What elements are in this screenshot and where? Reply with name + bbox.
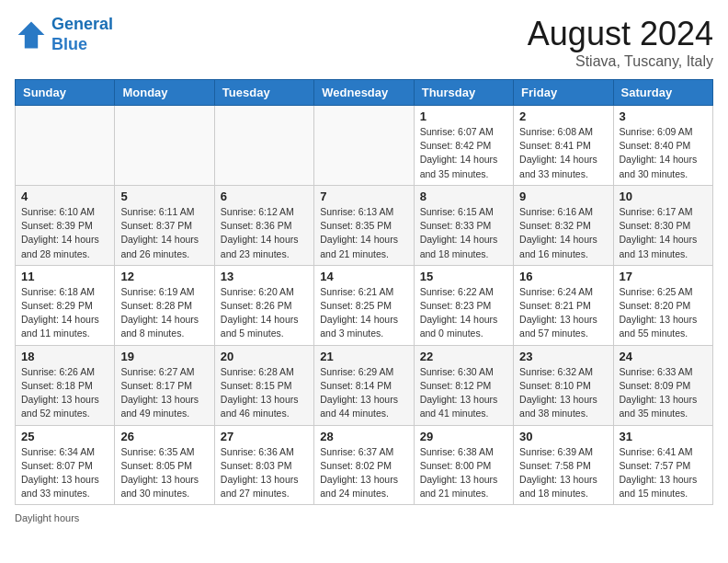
calendar-cell: 20Sunrise: 6:28 AM Sunset: 8:15 PM Dayli… <box>214 345 313 425</box>
calendar-cell: 14Sunrise: 6:21 AM Sunset: 8:25 PM Dayli… <box>314 265 414 345</box>
calendar-week-row: 25Sunrise: 6:34 AM Sunset: 8:07 PM Dayli… <box>16 425 713 505</box>
day-number: 18 <box>21 350 108 363</box>
day-number: 10 <box>620 190 707 203</box>
day-info: Sunrise: 6:41 AM Sunset: 7:57 PM Dayligh… <box>620 445 707 501</box>
weekday-header: Thursday <box>414 80 513 106</box>
calendar-cell: 10Sunrise: 6:17 AM Sunset: 8:30 PM Dayli… <box>613 185 712 265</box>
day-number: 22 <box>420 350 507 363</box>
day-info: Sunrise: 6:34 AM Sunset: 8:07 PM Dayligh… <box>21 445 108 501</box>
weekday-header: Saturday <box>613 80 712 106</box>
day-info: Sunrise: 6:29 AM Sunset: 8:14 PM Dayligh… <box>320 365 407 421</box>
day-number: 6 <box>221 190 308 203</box>
calendar-table: SundayMondayTuesdayWednesdayThursdayFrid… <box>15 79 713 505</box>
day-number: 20 <box>221 350 308 363</box>
logo-icon <box>15 18 48 52</box>
day-info: Sunrise: 6:37 AM Sunset: 8:02 PM Dayligh… <box>320 445 407 501</box>
day-number: 24 <box>620 350 707 363</box>
calendar-cell: 31Sunrise: 6:41 AM Sunset: 7:57 PM Dayli… <box>613 425 712 505</box>
calendar-cell: 27Sunrise: 6:36 AM Sunset: 8:03 PM Dayli… <box>214 425 313 505</box>
day-info: Sunrise: 6:16 AM Sunset: 8:32 PM Dayligh… <box>519 205 607 261</box>
day-number: 28 <box>320 430 407 443</box>
calendar-cell: 16Sunrise: 6:24 AM Sunset: 8:21 PM Dayli… <box>514 265 613 345</box>
calendar-cell: 22Sunrise: 6:30 AM Sunset: 8:12 PM Dayli… <box>414 345 513 425</box>
day-number: 23 <box>519 350 607 363</box>
day-number: 25 <box>21 430 108 443</box>
day-number: 21 <box>320 350 407 363</box>
day-info: Sunrise: 6:24 AM Sunset: 8:21 PM Dayligh… <box>519 285 607 341</box>
day-info: Sunrise: 6:12 AM Sunset: 8:36 PM Dayligh… <box>221 205 308 261</box>
day-number: 13 <box>221 270 308 283</box>
calendar-cell <box>16 106 115 186</box>
calendar-week-row: 4Sunrise: 6:10 AM Sunset: 8:39 PM Daylig… <box>16 185 713 265</box>
day-info: Sunrise: 6:33 AM Sunset: 8:09 PM Dayligh… <box>620 365 707 421</box>
day-number: 5 <box>120 190 208 203</box>
calendar-cell: 23Sunrise: 6:32 AM Sunset: 8:10 PM Dayli… <box>514 345 613 425</box>
day-info: Sunrise: 6:19 AM Sunset: 8:28 PM Dayligh… <box>120 285 208 341</box>
weekday-header: Wednesday <box>314 80 414 106</box>
day-number: 14 <box>320 270 407 283</box>
day-info: Sunrise: 6:10 AM Sunset: 8:39 PM Dayligh… <box>21 205 108 261</box>
calendar-cell: 5Sunrise: 6:11 AM Sunset: 8:37 PM Daylig… <box>115 185 214 265</box>
day-info: Sunrise: 6:38 AM Sunset: 8:00 PM Dayligh… <box>420 445 507 501</box>
weekday-header: Monday <box>115 80 214 106</box>
day-info: Sunrise: 6:26 AM Sunset: 8:18 PM Dayligh… <box>21 365 108 421</box>
day-info: Sunrise: 6:21 AM Sunset: 8:25 PM Dayligh… <box>320 285 407 341</box>
day-number: 9 <box>519 190 607 203</box>
calendar-cell: 15Sunrise: 6:22 AM Sunset: 8:23 PM Dayli… <box>414 265 513 345</box>
calendar-cell: 25Sunrise: 6:34 AM Sunset: 8:07 PM Dayli… <box>16 425 115 505</box>
day-info: Sunrise: 6:13 AM Sunset: 8:35 PM Dayligh… <box>320 205 407 261</box>
day-number: 4 <box>21 190 108 203</box>
svg-marker-0 <box>18 21 45 48</box>
day-number: 19 <box>120 350 208 363</box>
day-number: 29 <box>420 430 507 443</box>
day-number: 11 <box>21 270 108 283</box>
day-info: Sunrise: 6:18 AM Sunset: 8:29 PM Dayligh… <box>21 285 108 341</box>
calendar-cell: 26Sunrise: 6:35 AM Sunset: 8:05 PM Dayli… <box>115 425 214 505</box>
day-info: Sunrise: 6:39 AM Sunset: 7:58 PM Dayligh… <box>519 445 607 501</box>
weekday-header-row: SundayMondayTuesdayWednesdayThursdayFrid… <box>16 80 713 106</box>
calendar-cell: 13Sunrise: 6:20 AM Sunset: 8:26 PM Dayli… <box>214 265 313 345</box>
day-number: 31 <box>620 430 707 443</box>
calendar-cell <box>115 106 214 186</box>
calendar-cell: 7Sunrise: 6:13 AM Sunset: 8:35 PM Daylig… <box>314 185 414 265</box>
weekday-header: Friday <box>514 80 613 106</box>
day-info: Sunrise: 6:27 AM Sunset: 8:17 PM Dayligh… <box>120 365 208 421</box>
day-info: Sunrise: 6:28 AM Sunset: 8:15 PM Dayligh… <box>221 365 308 421</box>
day-number: 3 <box>620 109 707 123</box>
day-info: Sunrise: 6:32 AM Sunset: 8:10 PM Dayligh… <box>519 365 607 421</box>
month-title: August 2024 <box>528 15 713 53</box>
day-info: Sunrise: 6:15 AM Sunset: 8:33 PM Dayligh… <box>420 205 507 261</box>
calendar-cell: 2Sunrise: 6:08 AM Sunset: 8:41 PM Daylig… <box>514 106 613 186</box>
day-number: 30 <box>519 430 607 443</box>
day-number: 2 <box>519 109 607 123</box>
calendar-cell: 3Sunrise: 6:09 AM Sunset: 8:40 PM Daylig… <box>613 106 712 186</box>
day-info: Sunrise: 6:22 AM Sunset: 8:23 PM Dayligh… <box>420 285 507 341</box>
weekday-header: Tuesday <box>214 80 313 106</box>
day-number: 16 <box>519 270 607 283</box>
calendar-cell: 24Sunrise: 6:33 AM Sunset: 8:09 PM Dayli… <box>613 345 712 425</box>
calendar-cell: 11Sunrise: 6:18 AM Sunset: 8:29 PM Dayli… <box>16 265 115 345</box>
day-info: Sunrise: 6:36 AM Sunset: 8:03 PM Dayligh… <box>221 445 308 501</box>
footer-note: Daylight hours <box>15 512 713 523</box>
location-title: Stiava, Tuscany, Italy <box>528 53 713 70</box>
calendar-cell: 12Sunrise: 6:19 AM Sunset: 8:28 PM Dayli… <box>115 265 214 345</box>
day-number: 26 <box>120 430 208 443</box>
calendar-cell: 8Sunrise: 6:15 AM Sunset: 8:33 PM Daylig… <box>414 185 513 265</box>
day-number: 17 <box>620 270 707 283</box>
title-block: August 2024 Stiava, Tuscany, Italy <box>528 15 713 70</box>
day-info: Sunrise: 6:09 AM Sunset: 8:40 PM Dayligh… <box>620 125 707 181</box>
logo-line1: General <box>51 15 113 33</box>
calendar-week-row: 1Sunrise: 6:07 AM Sunset: 8:42 PM Daylig… <box>16 106 713 186</box>
logo-line2: Blue <box>51 35 87 53</box>
day-number: 27 <box>221 430 308 443</box>
calendar-cell: 21Sunrise: 6:29 AM Sunset: 8:14 PM Dayli… <box>314 345 414 425</box>
day-number: 7 <box>320 190 407 203</box>
calendar-cell: 1Sunrise: 6:07 AM Sunset: 8:42 PM Daylig… <box>414 106 513 186</box>
day-number: 8 <box>420 190 507 203</box>
logo: General Blue <box>15 15 113 54</box>
calendar-week-row: 11Sunrise: 6:18 AM Sunset: 8:29 PM Dayli… <box>16 265 713 345</box>
calendar-cell <box>214 106 313 186</box>
calendar-cell: 18Sunrise: 6:26 AM Sunset: 8:18 PM Dayli… <box>16 345 115 425</box>
calendar-cell: 19Sunrise: 6:27 AM Sunset: 8:17 PM Dayli… <box>115 345 214 425</box>
day-number: 12 <box>120 270 208 283</box>
